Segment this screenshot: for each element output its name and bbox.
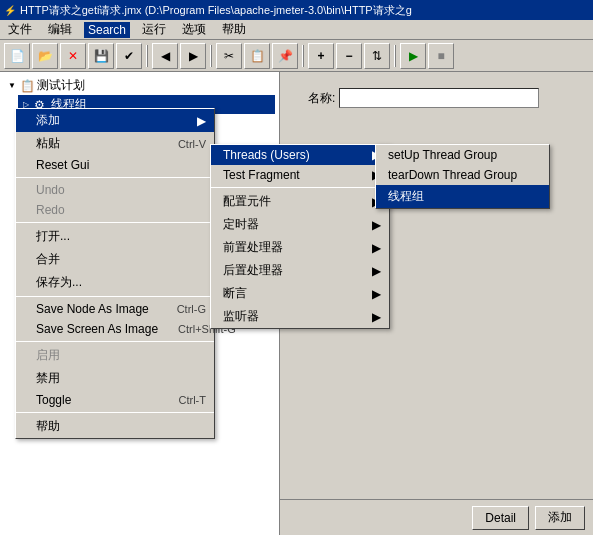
move-button[interactable]: ⇅ xyxy=(364,43,390,69)
menu-search[interactable]: Search xyxy=(84,22,130,38)
main-area: ▼ 📋 测试计划 ▷ ⚙ 线程组 🔧 工作台 名称: xyxy=(0,72,593,535)
sm1-timer-arrow: ▶ xyxy=(372,218,381,232)
menu-edit[interactable]: 编辑 xyxy=(44,20,76,39)
sep-1 xyxy=(16,177,214,178)
sep-2 xyxy=(16,222,214,223)
sm1-sep xyxy=(211,187,389,188)
add-button[interactable]: + xyxy=(308,43,334,69)
menu-bar: 文件 编辑 Search 运行 选项 帮助 xyxy=(0,20,593,40)
sm1-test-fragment[interactable]: Test Fragment ▶ xyxy=(211,165,389,185)
cm-save-as[interactable]: 保存为... xyxy=(16,271,214,294)
sm1-listener[interactable]: 监听器 ▶ xyxy=(211,305,389,328)
sm1-timer[interactable]: 定时器 ▶ xyxy=(211,213,389,236)
sm2-setup[interactable]: setUp Thread Group xyxy=(376,145,549,165)
menu-options[interactable]: 选项 xyxy=(178,20,210,39)
submenu-arrow: ▶ xyxy=(197,114,206,128)
sm1-pre-arrow: ▶ xyxy=(372,241,381,255)
menu-help[interactable]: 帮助 xyxy=(218,20,250,39)
sm1-assertion[interactable]: 断言 ▶ xyxy=(211,282,389,305)
cm-disable[interactable]: 禁用 xyxy=(16,367,214,390)
cm-save-screen-image[interactable]: Save Screen As Image Ctrl+Shift-G xyxy=(16,319,214,339)
cm-help[interactable]: 帮助 xyxy=(16,415,214,438)
sep-5 xyxy=(16,412,214,413)
sep1 xyxy=(146,45,148,67)
context-menu-overlay: 添加 ▶ 粘贴 Ctrl-V Reset Gui Undo Redo 打开... xyxy=(0,72,593,535)
start-button[interactable]: ▶ xyxy=(400,43,426,69)
sep-4 xyxy=(16,341,214,342)
close-button[interactable]: ✕ xyxy=(60,43,86,69)
undo-button[interactable]: ◀ xyxy=(152,43,178,69)
cm-undo: Undo xyxy=(16,180,214,200)
sep3 xyxy=(302,45,304,67)
context-menu: 添加 ▶ 粘贴 Ctrl-V Reset Gui Undo Redo 打开... xyxy=(15,108,215,439)
cm-toggle[interactable]: Toggle Ctrl-T xyxy=(16,390,214,410)
submenu1: Threads (Users) ▶ Test Fragment ▶ 配置元件 ▶… xyxy=(210,144,390,329)
sep4 xyxy=(394,45,396,67)
sm2-teardown[interactable]: tearDown Thread Group xyxy=(376,165,549,185)
submenu2: setUp Thread Group tearDown Thread Group… xyxy=(375,144,550,209)
sm1-pre-proc[interactable]: 前置处理器 ▶ xyxy=(211,236,389,259)
new-button[interactable]: 📄 xyxy=(4,43,30,69)
menu-file[interactable]: 文件 xyxy=(4,20,36,39)
save-button[interactable]: 💾 xyxy=(88,43,114,69)
sm1-post-arrow: ▶ xyxy=(372,264,381,278)
copy-button[interactable]: 📋 xyxy=(244,43,270,69)
redo-button[interactable]: ▶ xyxy=(180,43,206,69)
sm1-assertion-arrow: ▶ xyxy=(372,287,381,301)
cm-paste[interactable]: 粘贴 Ctrl-V xyxy=(16,132,214,155)
sm1-threads[interactable]: Threads (Users) ▶ xyxy=(211,145,389,165)
cm-merge[interactable]: 合并 xyxy=(16,248,214,271)
sep-3 xyxy=(16,296,214,297)
menu-run[interactable]: 运行 xyxy=(138,20,170,39)
title-bar: ⚡ HTTP请求之geti请求.jmx (D:\Program Files\ap… xyxy=(0,0,593,20)
sm2-thread-group[interactable]: 线程组 xyxy=(376,185,549,208)
cm-reset-gui[interactable]: Reset Gui xyxy=(16,155,214,175)
sm1-listener-arrow: ▶ xyxy=(372,310,381,324)
sep2 xyxy=(210,45,212,67)
cut-button[interactable]: ✂ xyxy=(216,43,242,69)
cm-redo: Redo xyxy=(16,200,214,220)
validate-button[interactable]: ✔ xyxy=(116,43,142,69)
cm-open[interactable]: 打开... xyxy=(16,225,214,248)
title-text: HTTP请求之geti请求.jmx (D:\Program Files\apac… xyxy=(20,3,412,18)
sm1-config[interactable]: 配置元件 ▶ xyxy=(211,190,389,213)
open-button[interactable]: 📂 xyxy=(32,43,58,69)
cm-add[interactable]: 添加 ▶ xyxy=(16,109,214,132)
toolbar: 📄 📂 ✕ 💾 ✔ ◀ ▶ ✂ 📋 📌 + − ⇅ ▶ ■ xyxy=(0,40,593,72)
paste-button[interactable]: 📌 xyxy=(272,43,298,69)
sm1-post-proc[interactable]: 后置处理器 ▶ xyxy=(211,259,389,282)
remove-button[interactable]: − xyxy=(336,43,362,69)
cm-enable: 启用 xyxy=(16,344,214,367)
cm-save-node-image[interactable]: Save Node As Image Ctrl-G xyxy=(16,299,214,319)
app-icon: ⚡ xyxy=(4,5,16,16)
stop-button[interactable]: ■ xyxy=(428,43,454,69)
